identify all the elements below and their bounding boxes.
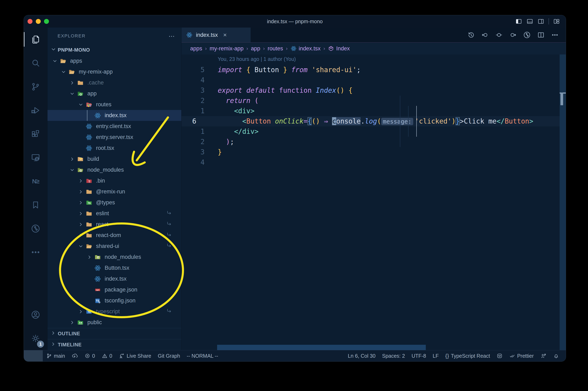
nav-circle-icon[interactable] [495,31,503,39]
panel-left-icon[interactable] [515,18,522,25]
explorer-more-actions-icon[interactable]: ⋯ [169,32,175,40]
status-feedback[interactable] [493,353,506,359]
tree-item-root.tsx[interactable]: root.tsx [47,143,181,154]
gitlens-circle-icon[interactable] [523,31,531,39]
code-line-1: 1 </div> [182,126,566,137]
tree-item-index.tsx[interactable]: index.tsx [47,110,181,121]
svg-text:10: 10 [89,181,90,183]
horizontal-scrollbar[interactable] [217,345,426,350]
breadcrumb-app[interactable]: app [251,45,260,52]
settings-icon[interactable]: 1 [24,326,47,350]
symlink-icon [166,221,172,228]
tree-item-my-remix-app[interactable]: my-remix-app [47,66,181,77]
close-window-button[interactable] [27,19,32,24]
split-editor-icon[interactable] [537,31,545,39]
tree-item-node_modules[interactable]: JSnode_modules [47,252,181,263]
breadcrumb-Index[interactable]: Index [328,45,350,52]
tree-item-node_modules[interactable]: JSnode_modules [47,165,181,175]
status-warnings[interactable]: 0 [98,350,115,361]
breadcrumb-routes[interactable]: routes [268,45,283,52]
status-sync[interactable] [68,350,81,361]
status-encoding[interactable]: UTF-8 [408,353,429,359]
code-line-2: 2 ); [182,137,566,147]
vertical-scrollbar[interactable] [560,54,566,350]
tree-item-routes[interactable]: routes [47,99,181,110]
status-accessibility[interactable] [537,353,550,359]
tree-item-react[interactable]: react [47,219,181,230]
extensions-icon[interactable] [24,122,47,146]
symlink-icon [166,308,172,315]
tree-item-tsconfig.json[interactable]: TStsconfig.json [47,295,181,306]
tree-item-.bin[interactable]: 0110.bin [47,175,181,186]
tree-item-Button.tsx[interactable]: Button.tsx [47,263,181,273]
status-remote-indicator[interactable] [24,350,43,361]
tree-item-shared-ui[interactable]: shared-ui [47,241,181,252]
status-git-graph[interactable]: Git Graph [155,350,183,361]
tree-item-label: entry.client.tsx [96,123,131,129]
status-git-branch[interactable]: main [43,350,68,361]
tree-item-typescript[interactable]: TStypescript [47,306,181,317]
relative-line-number: 2 [182,137,204,147]
status-language-mode[interactable]: {}TypeScript React [442,353,493,359]
status-formatter[interactable]: Prettier [506,353,537,359]
tree-item-@remix-run[interactable]: @remix-run [47,186,181,197]
tree-item-label: node_modules [87,167,124,173]
panel-bottom-icon[interactable] [526,18,533,25]
nav-back-icon[interactable] [481,31,489,39]
nx-console-icon[interactable]: N≥ [24,169,47,193]
folder-icon [85,221,93,228]
nav-forward-icon[interactable] [509,31,517,39]
gitlens-icon[interactable] [24,217,47,240]
sync-icon [72,353,78,359]
breadcrumb-my-remix-app[interactable]: my-remix-app [210,45,244,52]
tree-item-package.json[interactable]: npmpackage.json [47,284,181,295]
remote-explorer-icon[interactable] [24,146,47,169]
folder-bin-icon: 0110 [85,177,93,184]
more-icon[interactable] [24,240,47,264]
folder-public-icon [77,319,84,326]
code-editor[interactable]: You, 23 hours ago | 1 author (You) 5impo… [182,54,566,350]
breadcrumb-index.tsx[interactable]: index.tsx [291,45,321,52]
explorer-icon[interactable] [24,27,47,51]
tree-item-index.tsx[interactable]: index.tsx [47,273,181,284]
section-timeline[interactable]: TIMELINE [47,339,181,350]
tree-item-app[interactable]: app [47,88,181,99]
account-icon[interactable] [24,303,47,326]
status-indentation[interactable]: Spaces: 2 [379,353,408,359]
tree-root-pnpm-mono[interactable]: PNPM-MONO [47,44,181,56]
tab-index-tsx[interactable]: index.tsx × [182,27,251,42]
run-debug-icon[interactable] [24,98,47,122]
tree-item-.cache[interactable]: .cache [47,77,181,88]
tree-item-public[interactable]: public [47,317,181,328]
tree-item-apps[interactable]: apps [47,56,181,66]
history-icon[interactable] [467,31,475,39]
layout-icon[interactable] [553,18,560,25]
tree-item-label: index.tsx [105,276,127,282]
zoom-window-button[interactable] [44,19,49,24]
close-tab-icon[interactable]: × [223,31,227,38]
tree-item-@types[interactable]: TS@types [47,197,181,208]
breadcrumb-apps[interactable]: apps [190,45,202,52]
more-dots-icon[interactable] [551,31,559,39]
chevron-right-icon [76,211,85,216]
status-errors[interactable]: 0 [81,350,98,361]
tree-item-react-dom[interactable]: react-dom [47,230,181,241]
tree-item-entry.server.tsx[interactable]: entry.server.tsx [47,132,181,143]
tree-item-label: entry.server.tsx [96,134,133,140]
tree-item-build[interactable]: build [47,154,181,165]
panel-right-icon[interactable] [537,18,544,25]
status-cursor-position[interactable]: Ln 6, Col 30 [345,353,379,359]
section-outline[interactable]: OUTLINE [47,328,181,339]
tree-item-eslint[interactable]: eslint [47,208,181,219]
source-control-icon[interactable] [24,75,47,98]
status-eol[interactable]: LF [429,353,442,359]
bookmarks-icon[interactable] [24,193,47,217]
tsconfig-icon: TS [94,297,101,304]
chevron-right-icon [76,232,85,238]
status-live-share[interactable]: Live Share [115,350,155,361]
tree-item-entry.client.tsx[interactable]: entry.client.tsx [47,121,181,132]
minimize-window-button[interactable] [36,19,41,24]
status-notifications[interactable] [550,353,563,359]
search-icon[interactable] [24,51,47,75]
status-vim-mode[interactable]: -- NORMAL -- [183,350,221,361]
